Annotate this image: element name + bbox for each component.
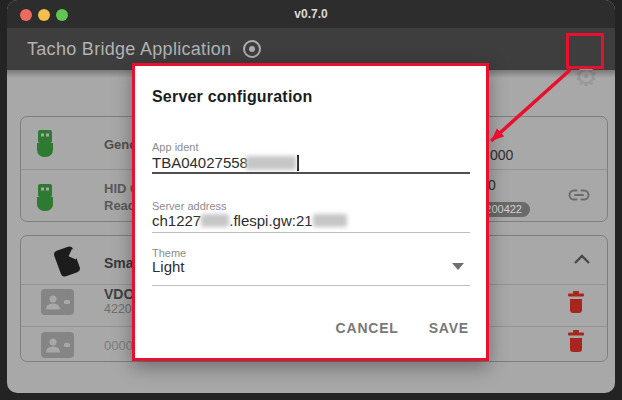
app-ident-label: App ident [152, 141, 198, 153]
card-name: VDO [104, 286, 134, 302]
trash-icon[interactable] [567, 291, 585, 313]
link-icon[interactable] [568, 188, 590, 202]
reader-serial: 0 [488, 177, 496, 193]
chevron-up-icon[interactable] [573, 254, 591, 265]
server-address-underline [152, 232, 470, 233]
theme-underline [152, 285, 470, 286]
reader-serial: 000 [490, 147, 513, 163]
annotation-gear-highlight-box [566, 33, 604, 69]
redaction-blur [313, 214, 347, 227]
server-address-mid: .flespi.gw:21 [229, 212, 312, 229]
trash-icon[interactable] [567, 330, 585, 352]
dialog-title: Server configuration [152, 88, 312, 106]
app-ident-input[interactable]: TBA04027558 [152, 154, 299, 171]
redaction-blur [246, 156, 296, 170]
usb-reader-icon [37, 130, 53, 157]
app-ident-underline [152, 172, 470, 174]
driver-card-icon [41, 332, 74, 358]
usb-reader-icon [37, 184, 53, 211]
dialog-actions: CANCEL SAVE [336, 320, 469, 336]
smart-card-icon [53, 245, 81, 277]
server-address-label: Server address [152, 200, 227, 212]
redaction-blur [201, 214, 229, 227]
driver-card-icon [41, 289, 74, 315]
status-record-icon [243, 40, 261, 58]
chevron-down-icon[interactable] [452, 263, 464, 270]
app-ident-value: TBA04027558 [152, 154, 248, 171]
cancel-button[interactable]: CANCEL [336, 320, 399, 336]
theme-select[interactable]: Light [152, 258, 185, 275]
titlebar: v0.7.0 [7, 0, 615, 28]
theme-value: Light [152, 258, 185, 275]
smart-card-icon-notch [69, 249, 80, 260]
save-button[interactable]: SAVE [429, 320, 469, 336]
server-address-input[interactable]: ch1227 .flespi.gw:21 [152, 212, 347, 229]
text-cursor [297, 155, 299, 171]
window-title: v0.7.0 [7, 0, 615, 28]
server-configuration-dialog: Server configuration App ident TBA040275… [132, 63, 489, 361]
server-address-start: ch1227 [152, 212, 201, 229]
